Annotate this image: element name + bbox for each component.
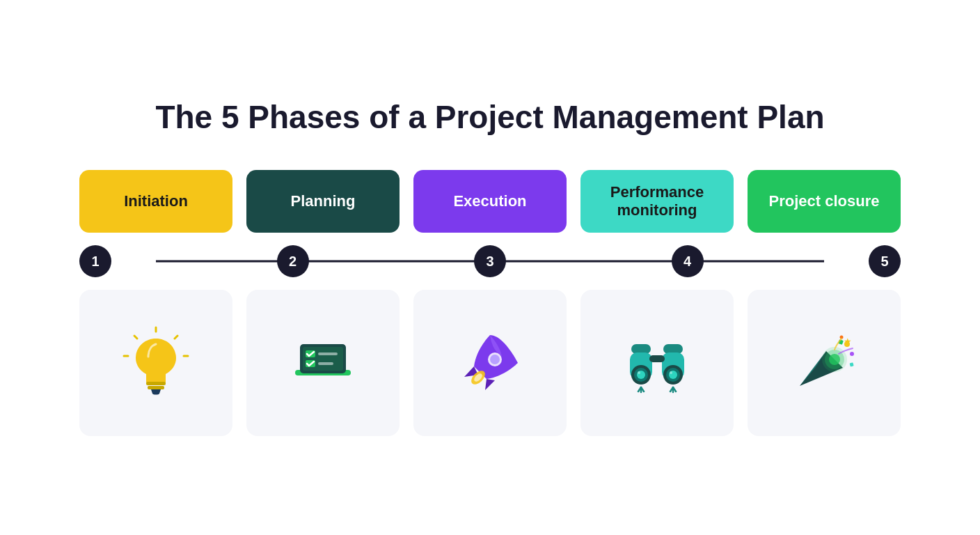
icon-cards-row: [72, 290, 908, 436]
svg-rect-5: [146, 382, 166, 385]
svg-line-1: [175, 336, 177, 339]
svg-rect-44: [850, 363, 854, 367]
timeline-dot-3: 3: [474, 245, 506, 277]
svg-rect-11: [318, 352, 338, 355]
main-container: The 5 Phases of a Project Management Pla…: [31, 71, 949, 465]
icon-card-closure: [748, 290, 901, 436]
svg-rect-18: [631, 344, 651, 354]
svg-point-42: [850, 352, 854, 356]
laptop-checklist-icon: [285, 325, 361, 401]
svg-line-2: [134, 336, 137, 339]
phases-section: Initiation Planning Execution Performanc…: [72, 170, 908, 436]
icon-card-planning: [246, 290, 400, 436]
timeline-row: 1 2 3 4 5: [72, 245, 908, 277]
svg-point-30: [670, 371, 672, 374]
timeline-dot-5: 5: [869, 245, 901, 277]
party-popper-icon: [786, 325, 862, 401]
phase-label-initiation: Initiation: [79, 170, 232, 233]
svg-point-26: [638, 371, 640, 374]
timeline-dot-1: 1: [79, 245, 111, 277]
timeline-dot-4: 4: [672, 245, 704, 277]
svg-rect-22: [649, 355, 665, 362]
svg-rect-13: [318, 362, 333, 365]
icon-card-performance: [580, 290, 734, 436]
rocket-icon: [452, 325, 528, 401]
svg-rect-6: [148, 386, 164, 389]
svg-point-39: [829, 354, 840, 365]
phase-label-performance: Performance monitoring: [580, 170, 734, 233]
page-title: The 5 Phases of a Project Management Pla…: [72, 99, 908, 136]
phase-label-closure: Project closure: [748, 170, 901, 233]
icon-card-initiation: [79, 290, 232, 436]
phase-labels-row: Initiation Planning Execution Performanc…: [72, 170, 908, 233]
timeline-dot-2: 2: [277, 245, 309, 277]
svg-point-15: [490, 355, 500, 364]
phase-label-execution: Execution: [413, 170, 567, 233]
phase-label-planning: Planning: [246, 170, 400, 233]
binoculars-icon: [619, 325, 695, 401]
svg-point-41: [844, 341, 850, 347]
icon-card-execution: [413, 290, 567, 436]
lightbulb-icon: [118, 325, 194, 401]
svg-rect-19: [663, 344, 683, 354]
